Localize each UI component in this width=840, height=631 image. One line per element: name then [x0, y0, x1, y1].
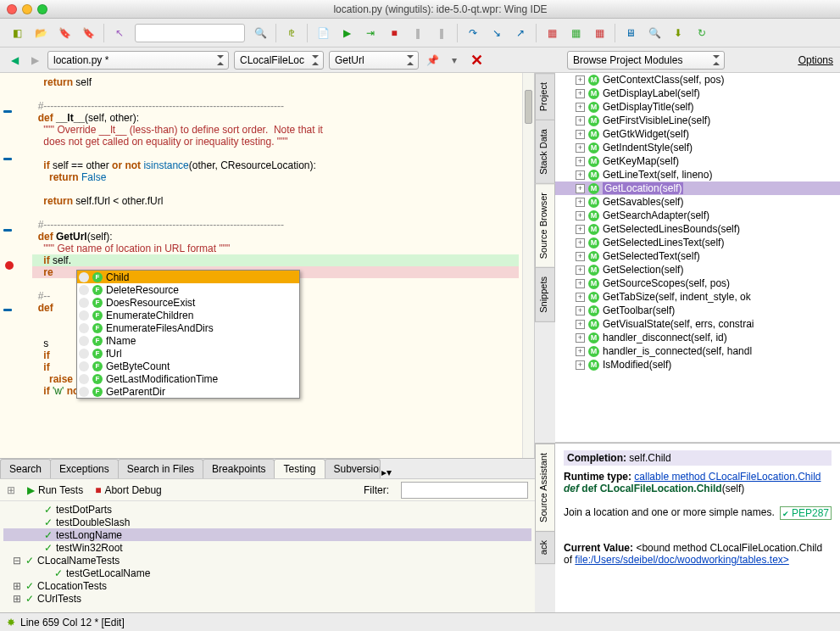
test-item[interactable]: ⊟✓CLocalNameTests: [3, 554, 531, 567]
window-controls[interactable]: [7, 4, 47, 14]
expand-icon[interactable]: +: [576, 225, 585, 234]
doc-error-icon[interactable]: 📄: [314, 25, 331, 42]
fold-marker[interactable]: [3, 158, 12, 160]
fold-marker[interactable]: [3, 110, 12, 113]
test-item[interactable]: ⊞✓CLocationTests: [3, 579, 531, 592]
source-item[interactable]: +MGetDisplayTitle(self): [555, 100, 840, 114]
bottom-tab-exceptions[interactable]: Exceptions: [50, 459, 119, 478]
pin-icon[interactable]: 📌: [424, 52, 441, 69]
source-item[interactable]: +MGetGtkWidget(self): [555, 127, 840, 141]
zoom-icon[interactable]: 🔍: [646, 25, 663, 42]
expand-icon[interactable]: +: [576, 279, 585, 288]
minimize-window[interactable]: [22, 4, 32, 14]
method-selector[interactable]: GetUrl: [329, 51, 419, 70]
autocomplete-item[interactable]: FGetLastModificationTime: [77, 372, 299, 385]
source-browser-tree[interactable]: +MGetContextClass(self, pos)+MGetDisplay…: [555, 73, 840, 443]
source-item[interactable]: +Mhandler_disconnect(self, id): [555, 331, 840, 344]
stop-icon[interactable]: ■: [386, 25, 403, 42]
dropdown-icon[interactable]: ▾: [446, 52, 463, 69]
open-folder-icon[interactable]: 📂: [32, 25, 49, 42]
source-item[interactable]: +Mhandler_is_connected(self, handl: [555, 344, 840, 358]
autocomplete-item[interactable]: FGetParentDir: [77, 385, 299, 398]
expand-icon[interactable]: +: [576, 103, 585, 112]
source-item[interactable]: +MGetSearchAdapter(self): [555, 209, 840, 222]
panel1-icon[interactable]: ▦: [543, 25, 560, 42]
module-browser-selector[interactable]: Browse Project Modules: [567, 51, 725, 70]
expand-icon[interactable]: +: [576, 184, 585, 193]
bottom-tab-testing[interactable]: Testing: [274, 459, 325, 478]
autocomplete-popup[interactable]: FChildFDeleteResourceFDoesResourceExistF…: [76, 270, 300, 399]
pep-badge[interactable]: ✔ PEP287: [780, 506, 832, 520]
replace-icon[interactable]: ⅊: [283, 25, 300, 42]
expand-icon[interactable]: +: [576, 347, 585, 356]
test-tree[interactable]: ✓testDotParts✓testDoubleSlash✓testLongNa…: [0, 501, 535, 612]
source-item[interactable]: +MGetToolbar(self): [555, 304, 840, 317]
source-item[interactable]: +MGetLineText(self, lineno): [555, 168, 840, 181]
expand-icon[interactable]: ⊞: [12, 580, 22, 592]
expand-icon[interactable]: +: [576, 306, 585, 316]
expand-icon[interactable]: ⊟: [12, 555, 22, 567]
expand-icon[interactable]: +: [576, 320, 585, 329]
source-item[interactable]: +MGetSelectedText(self): [555, 249, 840, 263]
monitor-icon[interactable]: 🖥: [622, 25, 639, 42]
bookmark-icon[interactable]: 🔖: [56, 25, 73, 42]
test-item[interactable]: ✓testLongName: [3, 528, 531, 541]
source-item[interactable]: +MGetSelection(self): [555, 263, 840, 276]
side-tab-project[interactable]: Project: [535, 73, 555, 120]
expand-icon[interactable]: +: [576, 252, 585, 261]
expand-icon[interactable]: +: [576, 75, 585, 85]
side-tab-source-assistant[interactable]: Source Assistant: [535, 444, 555, 532]
refresh-icon[interactable]: ↻: [693, 25, 710, 42]
step-over-icon[interactable]: ↷: [465, 25, 481, 42]
search-icon[interactable]: 🔍: [252, 25, 269, 42]
source-item[interactable]: +MGetKeyMap(self): [555, 154, 840, 168]
code-content[interactable]: return self #---------------------------…: [29, 73, 522, 458]
nav-forward-icon[interactable]: ▶: [27, 53, 42, 68]
breakpoint-icon[interactable]: [5, 261, 14, 270]
bottom-tab-subversion[interactable]: Subversion: [325, 459, 381, 478]
step-out-icon[interactable]: ↗: [512, 25, 529, 42]
expand-icon[interactable]: +: [576, 238, 585, 248]
cursor-icon[interactable]: ↖: [111, 25, 128, 42]
expand-icon[interactable]: +: [576, 293, 585, 302]
current-value-link[interactable]: file:/Users/sdeibel/doc/woodworking/tabl…: [575, 554, 788, 566]
close-window[interactable]: [7, 4, 17, 14]
bottom-tab-breakpoints[interactable]: Breakpoints: [203, 459, 275, 478]
pause-icon[interactable]: ‖: [409, 25, 426, 42]
editor-gutter[interactable]: [0, 73, 29, 458]
expand-icon[interactable]: +: [576, 89, 585, 98]
expand-icon[interactable]: +: [576, 265, 585, 275]
search-input[interactable]: [135, 24, 245, 42]
filter-input[interactable]: [401, 482, 528, 499]
source-item[interactable]: +MGetSelectedLinesBounds(self): [555, 222, 840, 236]
source-item[interactable]: +MGetIndentStyle(self): [555, 141, 840, 154]
source-item[interactable]: +MGetTabSize(self, indent_style, ok: [555, 290, 840, 304]
abort-debug-button[interactable]: Abort Debug: [95, 484, 162, 496]
expand-icon[interactable]: ⊞: [12, 593, 22, 605]
side-tab-stack-data[interactable]: Stack Data: [535, 120, 555, 184]
bug-icon[interactable]: ✸: [7, 617, 15, 628]
expand-tests-icon[interactable]: ⊞: [7, 484, 15, 496]
test-item[interactable]: ✓testWin32Root: [3, 541, 531, 554]
expand-icon[interactable]: +: [576, 170, 585, 180]
code-editor[interactable]: return self #---------------------------…: [0, 73, 535, 458]
expand-icon[interactable]: +: [576, 198, 585, 207]
panel2-icon[interactable]: ▦: [567, 25, 584, 42]
expand-icon[interactable]: +: [576, 143, 585, 153]
bottom-tab-search[interactable]: Search: [0, 459, 51, 478]
runtime-type-link[interactable]: callable method CLocalFileLocation.Child: [634, 471, 821, 483]
source-item[interactable]: +MGetSourceScopes(self, pos): [555, 276, 840, 290]
source-item[interactable]: +MGetLocation(self): [555, 181, 840, 195]
options-link[interactable]: Options: [798, 54, 833, 66]
autocomplete-item[interactable]: FEnumerateChildren: [77, 309, 299, 321]
source-item[interactable]: +MGetSelectedLinesText(self): [555, 236, 840, 249]
run-icon[interactable]: ▶: [338, 25, 355, 42]
source-item[interactable]: +MGetDisplayLabel(self): [555, 87, 840, 100]
fold-marker[interactable]: [3, 309, 12, 311]
new-file-icon[interactable]: ◧: [8, 25, 25, 42]
pause-icon-2[interactable]: ‖: [433, 25, 450, 42]
expand-icon[interactable]: +: [576, 333, 585, 343]
test-item[interactable]: ✓testGetLocalName: [3, 567, 531, 579]
test-item[interactable]: ✓testDotParts: [3, 503, 531, 516]
download-icon[interactable]: ⬇: [670, 25, 687, 42]
